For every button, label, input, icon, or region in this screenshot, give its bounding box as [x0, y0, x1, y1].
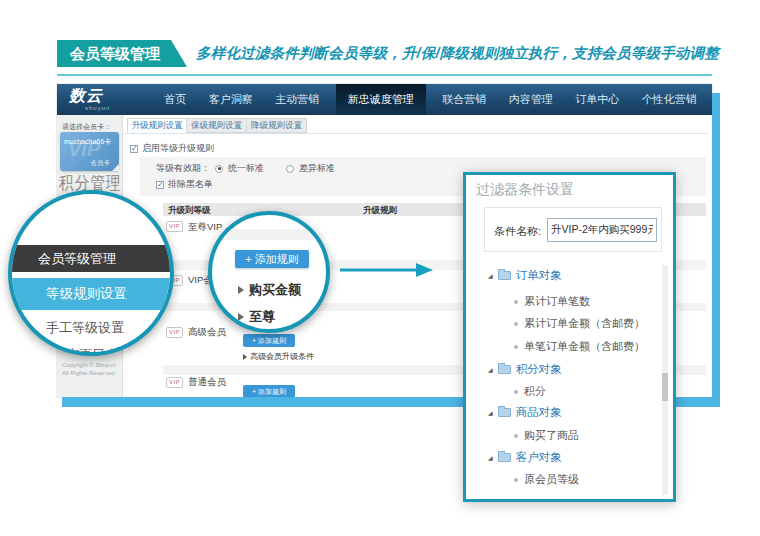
folder-icon: [498, 408, 511, 417]
nav-item-home[interactable]: 首页: [158, 84, 192, 115]
level-supreme-vip: 至尊VIP: [188, 221, 222, 234]
rule-item-supreme[interactable]: 至尊: [238, 308, 275, 326]
sidebar-item-manual-level-settings[interactable]: 手工等级设置: [46, 319, 124, 337]
nav-item-order-center[interactable]: 订单中心: [569, 84, 625, 115]
add-rule-button-zoomed[interactable]: + 添加规则: [235, 250, 309, 268]
card-select-prompt: 请选择会员卡：: [62, 122, 111, 132]
tree-leaf-order-total-amount[interactable]: 累计订单金额（含邮费）: [514, 316, 645, 331]
highlight-frame-right: [712, 93, 720, 407]
tree-node-order-object[interactable]: ◢ 订单对象: [488, 268, 562, 283]
tree-leaf-purchased-product[interactable]: 购买了商品: [514, 428, 579, 443]
sidebar-item-level-rule-settings[interactable]: 等级规则设置: [12, 278, 170, 310]
tree-expander-icon[interactable]: ◢: [488, 272, 493, 279]
bullet-icon: [514, 300, 518, 304]
bullet-icon: [514, 345, 518, 349]
caret-right-icon: [238, 313, 244, 321]
condition-name-box: 条件名称:: [484, 207, 662, 252]
card-fold-corner: [112, 164, 119, 171]
banner-divider: [57, 74, 712, 76]
validity-row: 等级有效期： 统一标准 差异标准: [156, 162, 335, 175]
column-header-level: 升级到等级: [168, 205, 211, 217]
enable-rule-label: 启用等级升级规则: [142, 142, 214, 155]
bullet-icon: [514, 478, 518, 482]
panel-scrollbar-thumb[interactable]: [662, 373, 668, 401]
lens-menu-header: 会员等级管理: [12, 245, 170, 272]
rule-item-purchase-amount-label: 购买金额: [249, 281, 301, 299]
rule-item-purchase-amount[interactable]: 购买金额: [238, 281, 301, 299]
arrow-right-icon: [338, 260, 438, 280]
tree-node-label: 订单对象: [516, 268, 562, 283]
tree-node-label: 客户对象: [516, 450, 562, 465]
blacklist-row: 排除黑名单: [156, 178, 213, 191]
brand-logo-text: 数云: [69, 86, 110, 107]
radio-differential-label: 差异标准: [299, 162, 335, 175]
panel-title: 过滤器条件设置: [476, 181, 574, 199]
vip-badge: VIP: [166, 377, 183, 388]
level-normal-member: 普通会员: [188, 376, 226, 389]
banner-description: 多样化过滤条件判断会员等级，升/保/降级规则独立执行，支持会员等级手动调整: [196, 44, 719, 63]
tree-leaf-label: 积分: [524, 384, 546, 399]
enable-rule-row: 启用等级升级规则: [130, 142, 214, 155]
nav-item-content-management[interactable]: 内容管理: [503, 84, 559, 115]
tab-keep-rules[interactable]: 保级规则设置: [187, 118, 247, 133]
exclude-blacklist-checkbox[interactable]: [156, 181, 164, 189]
magnifier-add-rule: + 添加规则 购买金额 至尊: [208, 211, 330, 333]
tree-leaf-single-order-amount[interactable]: 单笔订单金额（含邮费）: [514, 339, 645, 354]
member-card-name: muchacha66卡: [64, 137, 111, 147]
panel-scrollbar[interactable]: [662, 265, 668, 495]
folder-icon: [498, 365, 511, 374]
copyright-line2: All Rights Reserved.: [62, 369, 116, 377]
nav-item-customer-insight[interactable]: 客户洞察: [203, 84, 259, 115]
tree-expander-icon[interactable]: ◢: [488, 454, 493, 461]
exclude-blacklist-label: 排除黑名单: [168, 178, 213, 191]
brand-logo[interactable]: 数云 shuyun: [69, 86, 110, 111]
top-navbar: 数云 shuyun 首页 客户洞察 主动营销 新忠诚度管理 联合营销 内容管理 …: [57, 84, 712, 115]
bullet-icon: [514, 434, 518, 438]
tree-leaf-label: 原会员等级: [524, 472, 579, 487]
page: 会员等级管理 多样化过滤条件判断会员等级，升/保/降级规则独立执行，支持会员等级…: [0, 0, 760, 536]
senior-upgrade-rule-link[interactable]: 高级会员升级条件: [243, 351, 314, 362]
rule-tabs: 升级规则设置 保级规则设置 降级规则设置: [127, 118, 307, 133]
nav-item-active-marketing[interactable]: 主动营销: [269, 84, 325, 115]
member-card-type: 会员卡: [91, 159, 111, 168]
folder-icon: [498, 453, 511, 462]
sidebar-item-level-change-log[interactable]: 等级变更日志: [40, 346, 118, 356]
column-header-rule: 升级规则: [363, 205, 397, 217]
condition-name-input[interactable]: [547, 218, 657, 242]
tab-downgrade-rules[interactable]: 降级规则设置: [247, 118, 307, 133]
member-card[interactable]: VIP muchacha66卡 会员卡: [60, 132, 119, 171]
page-title: 会员等级管理: [57, 40, 187, 67]
nav-item-loyalty-management[interactable]: 新忠诚度管理: [336, 84, 426, 115]
bullet-icon: [514, 390, 518, 394]
copyright-line1: Copyright © Shuyun: [62, 361, 116, 369]
lens-row-stripe: [212, 229, 326, 240]
tree-leaf-points[interactable]: 积分: [514, 384, 546, 399]
tree-expander-icon[interactable]: ◢: [488, 366, 493, 373]
add-rule-button-senior[interactable]: + 添加规则: [243, 334, 295, 347]
folder-icon: [498, 271, 511, 280]
nav-item-personalized-marketing[interactable]: 个性化营销: [636, 84, 703, 115]
nav-menu: 首页 客户洞察 主动营销 新忠诚度管理 联合营销 内容管理 订单中心 个性化营销: [153, 84, 708, 115]
nav-item-joint-marketing[interactable]: 联合营销: [436, 84, 492, 115]
condition-name-label: 条件名称:: [494, 224, 541, 239]
vip-badge: VIP: [166, 221, 183, 232]
tree-leaf-original-member-level[interactable]: 原会员等级: [514, 472, 579, 487]
rule-item-supreme-label: 至尊: [249, 308, 275, 326]
tree-node-label: 商品对象: [516, 405, 562, 420]
tree-node-product-object[interactable]: ◢ 商品对象: [488, 405, 562, 420]
enable-rule-checkbox[interactable]: [130, 145, 138, 153]
tab-underline: [123, 133, 708, 134]
tab-upgrade-rules[interactable]: 升级规则设置: [127, 118, 187, 133]
radio-differential-standard[interactable]: [286, 165, 294, 173]
tree-expander-icon[interactable]: ◢: [488, 409, 493, 416]
senior-upgrade-rule-label: 高级会员升级条件: [250, 351, 314, 362]
level-senior-member: 高级会员: [188, 326, 226, 339]
tree-node-points-object[interactable]: ◢ 积分对象: [488, 362, 562, 377]
tree-leaf-order-count[interactable]: 累计订单笔数: [514, 294, 590, 309]
tree-node-label: 积分对象: [516, 362, 562, 377]
caret-right-icon: [238, 286, 244, 294]
radio-unified-standard[interactable]: [215, 165, 223, 173]
validity-label: 等级有效期：: [156, 162, 210, 175]
filter-condition-panel: 过滤器条件设置 条件名称: ◢ 订单对象 累计订单笔数 累计订单金额（含邮费） …: [463, 172, 676, 502]
tree-node-customer-object[interactable]: ◢ 客户对象: [488, 450, 562, 465]
